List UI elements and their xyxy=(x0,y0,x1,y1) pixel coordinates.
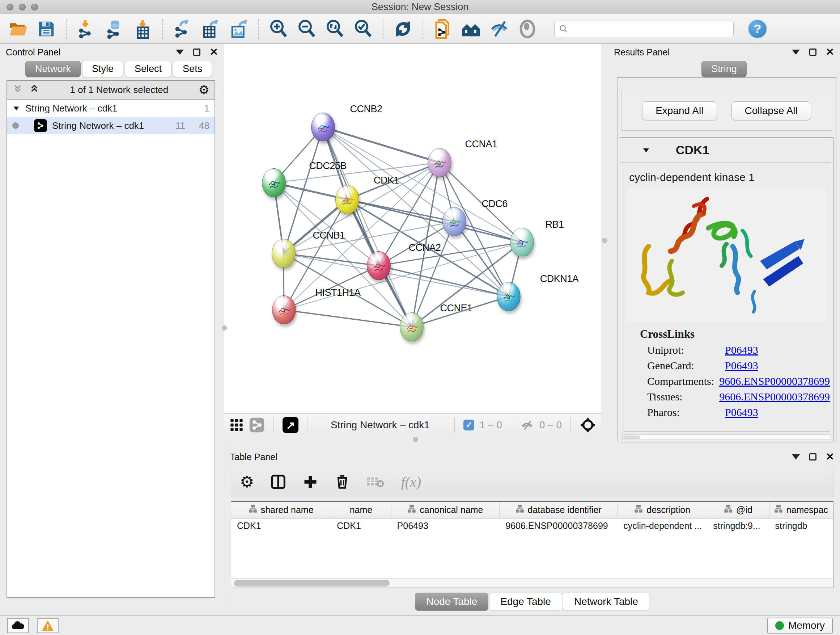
crosslink-link[interactable]: P06493 xyxy=(725,406,758,418)
import-table-file-icon[interactable] xyxy=(131,18,154,40)
tab-edge-table[interactable]: Edge Table xyxy=(489,593,562,611)
collapse-all-icon[interactable] xyxy=(12,83,23,96)
collection-expand-icon[interactable] xyxy=(12,104,20,112)
network-node-HIST1H1A[interactable] xyxy=(272,295,296,325)
table-options-gear-icon[interactable]: ⚙ xyxy=(240,474,254,490)
network-node-CDC6[interactable] xyxy=(442,207,466,236)
cloud-status-icon[interactable] xyxy=(7,618,29,633)
table-cell[interactable]: cyclin-dependent ... xyxy=(617,518,707,534)
expand-all-button[interactable]: Expand All xyxy=(642,101,717,120)
table-cell[interactable]: CDK1 xyxy=(231,518,331,534)
panel-float-icon[interactable] xyxy=(809,49,816,56)
show-columns-icon[interactable] xyxy=(270,473,286,490)
network-node-CCNB1[interactable] xyxy=(272,239,295,268)
network-edge-CCNB1-CCNA2[interactable] xyxy=(284,253,379,266)
table-cell[interactable]: stringdb:9... xyxy=(707,518,769,534)
crosslink-link[interactable]: 9606.ENSP00000378699 xyxy=(719,391,830,403)
export-network-icon[interactable] xyxy=(171,18,194,40)
tab-style[interactable]: Style xyxy=(82,61,123,77)
table-horizontal-scrollbar[interactable] xyxy=(231,578,833,587)
import-network-file-icon[interactable] xyxy=(74,18,98,40)
column-header-description[interactable]: description xyxy=(617,502,707,518)
network-node-CDKN1A[interactable] xyxy=(497,282,521,311)
results-splitter-handle[interactable] xyxy=(602,238,607,243)
hide-selected-icon[interactable] xyxy=(488,18,511,40)
collapse-all-button[interactable]: Collapse All xyxy=(731,101,811,120)
network-node-CCNB2[interactable] xyxy=(311,112,335,141)
zoom-selected-icon[interactable] xyxy=(352,18,375,40)
gene-section-header[interactable]: CDK1 xyxy=(620,138,833,163)
table-row[interactable]: CDK1CDK1P064939606.ENSP00000378699cyclin… xyxy=(231,518,833,534)
grid-view-icon[interactable] xyxy=(229,418,244,432)
help-icon[interactable]: ? xyxy=(748,19,767,38)
column-header--id[interactable]: @id xyxy=(707,502,769,518)
gene-section-scrollbar[interactable] xyxy=(622,434,831,440)
tab-network[interactable]: Network xyxy=(25,61,81,77)
warning-status-icon[interactable] xyxy=(37,618,58,633)
network-node-RB1[interactable] xyxy=(510,228,534,257)
panel-close-icon[interactable]: ✕ xyxy=(826,47,834,57)
table-cell[interactable]: stringdb xyxy=(769,518,833,534)
horizontal-splitter[interactable] xyxy=(224,442,840,448)
memory-button[interactable]: Memory xyxy=(767,618,833,633)
export-table-icon[interactable] xyxy=(199,18,222,40)
show-all-icon[interactable] xyxy=(516,18,539,40)
export-image-icon[interactable] xyxy=(227,18,250,40)
network-node-CDC25B[interactable] xyxy=(262,168,286,197)
selected-nodes-checkbox[interactable]: ✓ xyxy=(463,420,474,431)
import-network-database-icon[interactable] xyxy=(103,18,126,40)
new-network-from-selection-icon[interactable] xyxy=(431,18,454,40)
panel-menu-icon[interactable] xyxy=(792,50,800,55)
search-input[interactable] xyxy=(571,24,729,34)
open-session-icon[interactable] xyxy=(6,18,30,40)
tab-network-table[interactable]: Network Table xyxy=(563,593,649,611)
panel-float-icon[interactable] xyxy=(193,49,201,56)
save-session-icon[interactable] xyxy=(35,18,58,40)
panel-close-icon[interactable]: ✕ xyxy=(826,452,834,462)
column-header-canonical-name[interactable]: canonical name xyxy=(392,502,500,518)
fit-selected-crosshair-icon[interactable] xyxy=(579,417,596,433)
tab-node-table[interactable]: Node Table xyxy=(415,593,488,611)
network-options-gear-icon[interactable]: ⚙ xyxy=(199,84,210,96)
add-column-icon[interactable] xyxy=(302,474,318,490)
network-node-CCNA2[interactable] xyxy=(367,251,391,280)
birdseye-view-icon[interactable]: ↗ xyxy=(283,417,298,433)
crosslink-link[interactable]: P06493 xyxy=(725,359,758,372)
network-share-view-icon[interactable] xyxy=(249,417,265,433)
first-neighbors-icon[interactable] xyxy=(459,18,483,40)
zoom-fit-icon[interactable] xyxy=(324,18,347,40)
panel-splitter-handle[interactable] xyxy=(222,325,227,331)
network-canvas[interactable]: CCNB2CCNA1CDC25BCDK1CDC6RB1CCNB1CCNA2CDK… xyxy=(224,44,601,413)
gene-collapse-icon[interactable] xyxy=(642,146,651,155)
crosslink-link[interactable]: P06493 xyxy=(725,344,758,356)
column-header-database-identifier[interactable]: database identifier xyxy=(500,502,617,518)
network-collection-row[interactable]: String Network – cdk1 1 xyxy=(7,100,215,117)
network-node-CDK1[interactable] xyxy=(335,185,359,214)
expand-all-icon[interactable] xyxy=(29,83,40,96)
panel-menu-icon[interactable] xyxy=(176,50,184,55)
network-node-CCNA1[interactable] xyxy=(428,148,452,177)
vertical-splitter[interactable] xyxy=(601,44,608,442)
network-edge-HIST1H1A-CCNE1[interactable] xyxy=(284,310,412,327)
delete-column-icon[interactable] xyxy=(334,474,350,490)
crosslink-link[interactable]: 9606.ENSP00000378699 xyxy=(719,375,830,387)
table-cell[interactable]: P06493 xyxy=(392,518,500,534)
zoom-out-icon[interactable] xyxy=(295,18,318,40)
network-edge-CCNB2-CCNA1[interactable] xyxy=(323,127,439,163)
table-splitter-handle[interactable] xyxy=(413,437,418,442)
column-header-namespac[interactable]: namespac xyxy=(769,502,833,518)
panel-float-icon[interactable] xyxy=(809,453,816,461)
column-header-name[interactable]: name xyxy=(331,502,391,518)
network-node-CCNE1[interactable] xyxy=(400,312,424,341)
hidden-eye-icon[interactable] xyxy=(520,419,534,431)
apply-layout-icon[interactable] xyxy=(392,18,415,40)
table-cell[interactable]: 9606.ENSP00000378699 xyxy=(500,518,617,534)
panel-menu-icon[interactable] xyxy=(792,454,800,459)
table-cell[interactable]: CDK1 xyxy=(331,518,391,534)
scrollbar-thumb[interactable] xyxy=(234,580,390,586)
network-row[interactable]: String Network – cdk1 11 48 xyxy=(7,117,215,134)
tab-sets[interactable]: Sets xyxy=(173,61,212,77)
column-header-shared-name[interactable]: shared name xyxy=(231,502,331,518)
panel-close-icon[interactable]: ✕ xyxy=(210,47,218,57)
zoom-in-icon[interactable] xyxy=(267,18,290,40)
